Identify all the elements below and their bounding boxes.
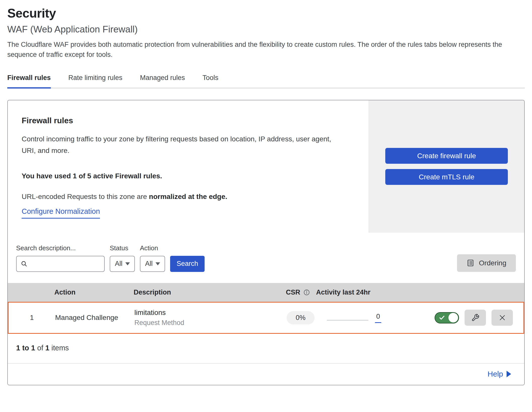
pagination-items: items [49,344,69,352]
rule-description-title[interactable]: limitations [134,309,279,317]
rule-controls [387,310,523,326]
toggle-knob [448,313,458,322]
header-activity: Activity last 24hr [316,289,387,296]
tab-bar: Firewall rules Rate limiting rules Manag… [7,70,525,88]
rule-description-cell: limitations Request Method [134,309,279,327]
status-group: Status All [110,244,135,272]
search-button-group: Search [170,256,205,272]
csr-badge: 0% [287,311,315,324]
search-label: Search description... [16,244,105,252]
pagination-summary: 1 to 1 of 1 items [8,334,524,363]
delete-rule-button[interactable] [491,310,513,326]
help-label: Help [487,370,503,378]
rule-enabled-toggle[interactable] [435,312,459,323]
tab-firewall-rules[interactable]: Firewall rules [7,70,51,89]
tab-rate-limiting-rules[interactable]: Rate limiting rules [68,70,123,89]
usage-summary: You have used 1 of 5 active Firewall rul… [22,172,355,180]
header-csr: CSR [278,289,316,296]
ordering-list-icon [467,259,474,267]
create-firewall-rule-button[interactable]: Create firewall rule [385,148,508,164]
tab-managed-rules[interactable]: Managed rules [140,70,185,89]
card-top-section: Firewall rules Control incoming traffic … [8,100,524,233]
table-header: Action Description CSR Activity last 24h… [8,283,524,302]
search-group: Search description... [16,244,105,272]
page-subtitle: WAF (Web Application Firewall) [7,24,525,35]
rule-description-subtitle: Request Method [134,319,279,327]
activity-sparkline [327,320,368,320]
status-label: Status [110,244,135,252]
action-label: Action [140,244,165,252]
edit-rule-button[interactable] [465,310,486,326]
tab-tools[interactable]: Tools [203,70,218,89]
rule-csr-cell: 0% [279,311,317,324]
pagination-total: 1 [45,344,49,352]
normalization-note: URL-encoded Requests to this zone are no… [22,193,355,201]
check-icon [439,314,445,321]
search-button[interactable]: Search [170,256,205,272]
filter-controls: Search description... Status [16,244,205,272]
rule-action: Managed Challenge [55,314,134,322]
status-select-value: All [115,260,122,268]
configure-normalization-link[interactable]: Configure Normalization [22,207,100,219]
security-waf-page: Security WAF (Web Application Firewall) … [0,0,532,385]
header-description: Description [134,289,278,296]
card-description: Control incoming traffic to your zone by… [22,133,341,156]
rule-activity-cell: 0 [317,313,387,323]
wrench-icon [471,314,479,322]
filter-bar: Search description... Status [8,233,524,283]
card-heading: Firewall rules [22,116,355,125]
activity-count-link[interactable]: 0 [375,313,381,323]
pagination-of: of [35,344,45,352]
create-mtls-rule-button[interactable]: Create mTLS rule [385,169,508,185]
chevron-down-icon [125,262,130,265]
info-icon[interactable] [303,289,310,296]
firewall-rules-card: Firewall rules Control incoming traffic … [7,100,525,385]
status-select[interactable]: All [110,256,135,272]
card-actions-panel: Create firewall rule Create mTLS rule [369,100,524,233]
help-row: Help [8,363,524,385]
chevron-down-icon [156,262,160,265]
firewall-rules-info: Firewall rules Control incoming traffic … [8,100,369,233]
page-title: Security [7,6,525,21]
help-link[interactable]: Help [487,370,511,378]
close-icon [499,314,506,321]
pagination-range: 1 to 1 [16,344,35,352]
header-action: Action [54,289,134,296]
arrow-right-icon [507,371,511,377]
table-row: 1 Managed Challenge limitations Request … [8,302,524,334]
header-csr-label: CSR [286,289,300,296]
normalization-text: URL-encoded Requests to this zone are [22,193,149,200]
normalization-bold: normalized at the edge. [149,193,227,200]
search-icon [21,260,27,267]
rule-priority: 1 [9,314,55,322]
page-description: The Cloudflare WAF provides both automat… [7,40,525,60]
action-group: Action All [140,244,165,272]
action-select[interactable]: All [140,256,165,272]
search-input[interactable] [30,260,100,268]
ordering-button-label: Ordering [479,259,506,267]
ordering-button[interactable]: Ordering [457,254,516,272]
search-box [16,256,105,272]
action-select-value: All [145,260,153,268]
